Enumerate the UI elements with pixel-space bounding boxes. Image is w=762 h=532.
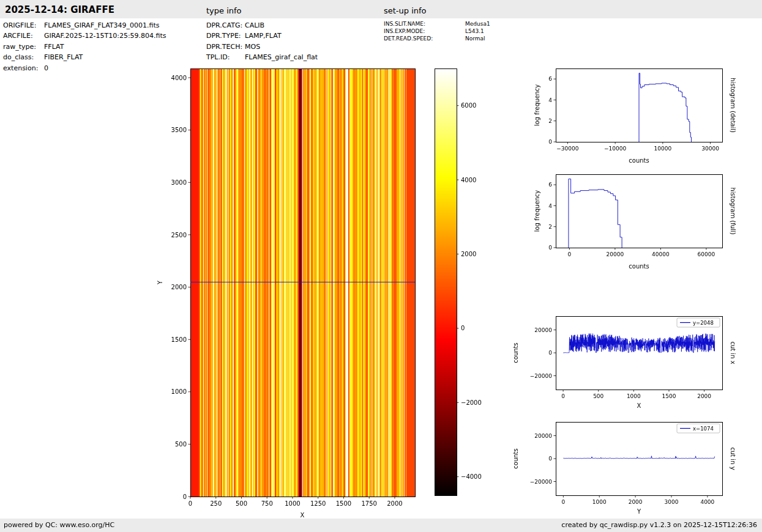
meta-row: DPR.CATG:CALIB [206, 20, 318, 31]
file-info-block: ORIGFILE:FLAMES_GIRAF_FLAT349_0001.fitsA… [3, 20, 166, 73]
footer-created-by: created by qc_rawdisp.py v1.2.3 on 2025-… [561, 521, 757, 529]
meta-row: DET.READ.SPEED:Normal [384, 35, 490, 42]
y-tick-label: 4000 [171, 75, 187, 81]
meta-label: INS.SLIT.NAME: [384, 20, 465, 28]
hist-full-xlabel: counts [629, 263, 649, 270]
colorbar-tick-label: 0 [461, 325, 465, 331]
meta-row: TPL.ID:FLAMES_giraf_cal_flat [206, 52, 318, 62]
y-tick-label: 20000 [534, 327, 552, 333]
meta-value: Medusa1 [465, 21, 490, 27]
x-tick-label: 1500 [662, 393, 676, 399]
raw-image-canvas [190, 68, 415, 497]
meta-label: INS.EXP.MODE: [384, 28, 465, 35]
hist-full-ylabel: log frequency [534, 190, 540, 232]
meta-label: DPR.TECH: [206, 42, 245, 52]
meta-value: LAMP,FLAT [245, 32, 282, 40]
meta-label: DET.READ.SPEED: [384, 35, 465, 42]
x-tick-label: 0 [561, 393, 565, 399]
meta-value: CALIB [245, 21, 264, 29]
x-tick-label: 1500 [336, 500, 351, 507]
x-tick-label: 2000 [629, 499, 643, 505]
x-tick-label: 1000 [627, 393, 641, 399]
y-tick-label: 1500 [171, 336, 187, 343]
y-tick-label: 4 [548, 203, 552, 209]
meta-label: ORIGFILE: [3, 20, 44, 31]
y-tick-label: 3500 [171, 127, 187, 133]
meta-label: do_class: [3, 52, 44, 62]
y-tick-label: 500 [175, 441, 187, 448]
x-tick-label: 10000 [654, 146, 672, 152]
hist-detail-ylabel: log frequency [534, 84, 540, 127]
meta-value: L543.1 [465, 28, 484, 34]
cut-x-xlabel: X [637, 402, 641, 409]
x-tick-label: 30000 [701, 146, 719, 152]
y-tick-label: −20000 [530, 373, 552, 379]
meta-row: INS.SLIT.NAME:Medusa1 [384, 20, 490, 28]
y-tick-label: 0 [548, 456, 552, 462]
colorbar-tick-label: −4000 [461, 473, 482, 480]
y-tick-label: 20000 [534, 433, 552, 439]
meta-value: GIRAF.2025-12-15T10:25:59.804.fits [44, 32, 166, 40]
cut-y-ylabel: counts [512, 448, 519, 468]
x-tick-label: 4000 [700, 499, 714, 505]
hist-detail-side-label: histogram (detail) [730, 78, 736, 133]
y-tick-label: 6 [548, 76, 552, 82]
cut-y-frame [556, 423, 723, 496]
cut-x-ylabel: counts [512, 342, 519, 363]
type-info-heading: type info [206, 6, 242, 15]
x-tick-label: 3000 [665, 499, 679, 505]
qc-report-page: 2025-12-14: GIRAFFE type info set-up inf… [0, 0, 762, 532]
colorbar-tick-label: 2000 [461, 251, 476, 257]
meta-value: 0 [44, 64, 48, 72]
meta-label: TPL.ID: [206, 52, 245, 62]
meta-row: INS.EXP.MODE:L543.1 [384, 28, 490, 35]
x-tick-label: 40000 [652, 251, 670, 257]
hist-full-side-label: histogram (full) [730, 187, 736, 234]
x-tick-label: 60000 [698, 251, 715, 257]
legend-box [677, 424, 720, 433]
y-tick-label: 6 [548, 182, 552, 188]
setup-info-heading: set-up info [384, 6, 427, 15]
cut-y-curve [563, 456, 714, 459]
y-tick-label: 2500 [171, 232, 187, 238]
x-tick-label: 1750 [361, 500, 376, 507]
cut-x-curve [563, 334, 715, 353]
x-tick-label: 250 [210, 500, 222, 507]
meta-row: ORIGFILE:FLAMES_GIRAF_FLAT349_0001.fits [3, 20, 166, 31]
x-tick-label: 1250 [310, 500, 326, 507]
y-tick-label: 0 [548, 245, 552, 251]
colorbar-tick-label: 6000 [461, 102, 476, 109]
image-ylabel: Y [157, 280, 163, 285]
meta-label: DPR.CATG: [206, 20, 245, 31]
colorbar-tick-label: 4000 [461, 177, 476, 183]
y-tick-label: −20000 [530, 479, 552, 485]
y-tick-label: 0 [183, 493, 187, 500]
colorbar-canvas [435, 68, 457, 495]
y-tick-label: 1000 [171, 388, 187, 395]
footer-powered-by: powered by QC: www.eso.org/HC [4, 521, 114, 529]
hist-detail-curve [639, 73, 692, 142]
meta-value: FLAMES_giraf_cal_flat [245, 53, 318, 61]
meta-label: DPR.TYPE: [206, 31, 245, 41]
hist-full-curve [569, 179, 622, 248]
y-tick-label: 0 [548, 350, 552, 356]
image-xlabel: X [301, 512, 305, 519]
meta-label: raw_type: [3, 42, 44, 52]
meta-row: ARCFILE:GIRAF.2025-12-15T10:25:59.804.fi… [3, 31, 166, 41]
cut-y-xlabel: Y [637, 508, 641, 515]
cut-x-side-label: cut in x [730, 341, 736, 364]
meta-row: DPR.TYPE:LAMP,FLAT [206, 31, 318, 41]
x-tick-label: 1000 [592, 499, 607, 505]
meta-value: FLAMES_GIRAF_FLAT349_0001.fits [44, 21, 160, 29]
x-tick-label: 2000 [697, 393, 711, 399]
x-tick-label: 500 [236, 500, 247, 507]
header-bar: 2025-12-14: GIRAFFE type info set-up inf… [0, 0, 762, 18]
y-tick-label: 0 [548, 139, 552, 145]
meta-value: MOS [245, 43, 260, 51]
x-tick-label: 1000 [285, 500, 300, 507]
legend-label: x=1074 [693, 426, 714, 432]
hist-detail-xlabel: counts [629, 157, 649, 164]
x-tick-label: 0 [189, 500, 192, 507]
cut-y-side-label: cut in y [730, 447, 736, 470]
legend-label: y=2048 [693, 320, 714, 326]
